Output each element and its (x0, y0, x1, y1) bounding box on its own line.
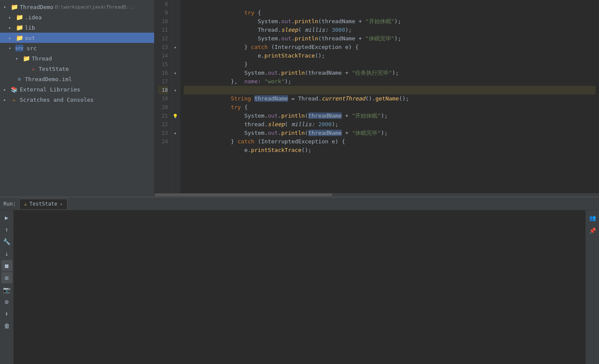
settings-button[interactable]: 🔧 (1, 236, 12, 247)
tree-label-out: out (25, 35, 35, 41)
code-line-12: } catch (InterruptedException e) { (184, 34, 596, 43)
scrollbar-thumb-h (155, 194, 332, 196)
cog-button[interactable]: ⚙ (1, 296, 12, 307)
tree-item-src[interactable]: ▾ src src (0, 43, 154, 53)
trash-button[interactable]: 🗑 (1, 320, 12, 331)
arrow-thread: ▾ (15, 56, 22, 61)
code-editor: 8 9 10 11 12 13 14 15 16 17 18 19 20 21 … (155, 0, 599, 197)
gutter: ▾ ▾ ▾ 💡 ▾ (172, 0, 180, 193)
run-button[interactable]: ▶ (1, 212, 12, 223)
arrow-lib: ▸ (9, 25, 15, 30)
side-toolbar: 👥 📌 (585, 210, 599, 364)
extlibs-icon: 📚 (10, 86, 18, 93)
code-line-22: System.out.println(threadName + "休眠完毕"); (184, 120, 596, 129)
gutter-arrow-16: ▾ (172, 86, 179, 94)
down-button[interactable]: ↓ (1, 248, 12, 259)
tree-label-scratches: Scratches and Consoles (20, 97, 94, 103)
concurrency-button[interactable]: 👥 (587, 212, 598, 223)
code-line-9: System.out.println(threadName + "开始休眠"); (184, 9, 596, 17)
up-button[interactable]: ↑ (1, 224, 12, 235)
gutter-arrow-19: ▾ (172, 129, 179, 137)
code-line-14: } (184, 52, 596, 60)
src-icon: src (15, 45, 23, 52)
tree-label-teststate: TestState (39, 66, 69, 72)
gutter-arrow-12: ▾ (172, 43, 179, 52)
tree-label-thread: Thread (32, 55, 52, 62)
tree-label-iml: ThreadDemo.iml (25, 76, 72, 82)
pin-button[interactable]: 📌 (587, 225, 598, 236)
gutter-lightbulb-18[interactable]: 💡 (172, 112, 179, 120)
run-tab-name: TestState (30, 201, 58, 207)
run-toolbar: ▶ ↑ 🔧 ↓ ■ ≡ 📷 ⚙ ⬆ 🗑 (0, 210, 14, 364)
folder-icon-thread: 📁 (22, 55, 30, 62)
tree-item-scratches[interactable]: ▸ ✏ Scratches and Consoles (0, 94, 154, 105)
run-panel: Run: ☕ TestState ✕ ▶ ↑ 🔧 ↓ ■ ≡ 📷 ⚙ ⬆ 🗑 👥… (0, 197, 599, 364)
tree-label-idea: .idea (25, 14, 42, 21)
arrow-idea: ▸ (9, 15, 15, 20)
run-tab-close[interactable]: ✕ (60, 202, 63, 206)
code-line-18: String threadName = Thread.currentThread… (184, 86, 596, 94)
run-tab-teststate[interactable]: ☕ TestState ✕ (19, 199, 67, 209)
code-line-19: try { (184, 94, 596, 103)
gutter-arrow-14: ▾ (172, 69, 179, 77)
run-output[interactable] (14, 210, 585, 364)
code-line-24: e.printStackTrace(); (184, 137, 596, 146)
tree-item-threadDemo[interactable]: ▾ 📁 ThreadDemo D:\workspace\java\ThreadD… (0, 2, 154, 12)
stop-button[interactable]: ■ (1, 260, 12, 271)
run-content: ▶ ↑ 🔧 ↓ ■ ≡ 📷 ⚙ ⬆ 🗑 👥 📌 (0, 210, 599, 364)
arrow-extlibs: ▸ (3, 87, 10, 92)
tree-item-teststate[interactable]: ☕ TestState (0, 64, 154, 74)
tree-item-thread[interactable]: ▾ 📁 Thread (0, 53, 154, 64)
tree-label-lib: lib (25, 24, 35, 31)
iml-icon: ⊞ (15, 76, 23, 82)
arrow-out: ▸ (9, 36, 15, 40)
code-line-17: thread.start(); (184, 77, 596, 86)
tree-item-idea[interactable]: ▸ 📁 .idea (0, 12, 154, 22)
file-tree[interactable]: ▾ 📁 ThreadDemo D:\workspace\java\ThreadD… (0, 0, 155, 197)
code-line-15: System.out.println(threadName + "任务执行完毕"… (184, 60, 596, 69)
folder-icon-out: 📁 (15, 34, 23, 41)
tree-label-src: src (27, 45, 36, 52)
tree-item-threaddemoiML[interactable]: ⊞ ThreadDemo.iml (0, 74, 154, 84)
run-label: Run: (3, 201, 16, 207)
tree-label-threadDemo: ThreadDemo (20, 4, 53, 10)
line-numbers: 8 9 10 11 12 13 14 15 16 17 18 19 20 21 … (155, 0, 172, 193)
code-body[interactable]: try { System.out.println(threadName + "开… (180, 0, 599, 193)
wrap-button[interactable]: ≡ (1, 272, 12, 283)
arrow-src: ▾ (9, 46, 15, 51)
tree-item-lib[interactable]: ▸ 📁 lib (0, 22, 154, 33)
code-container[interactable]: 8 9 10 11 12 13 14 15 16 17 18 19 20 21 … (155, 0, 599, 193)
code-line-20: System.out.println(threadName + "开始休眠"); (184, 103, 596, 112)
scratches-icon: ✏ (10, 96, 18, 103)
tree-path-threadDemo: D:\workspace\java\ThreadD... (55, 4, 134, 10)
import-button[interactable]: ⬆ (1, 308, 12, 319)
run-tab-bar: Run: ☕ TestState ✕ (0, 197, 599, 210)
folder-icon-lib: 📁 (15, 24, 23, 31)
code-line-21: thread.sleep( millis: 2000); (184, 112, 596, 120)
project-icon: 📁 (10, 3, 18, 10)
code-line-13: e.printStackTrace(); (184, 43, 596, 52)
snapshot-button[interactable]: 📷 (1, 284, 12, 295)
code-line-8: try { (184, 0, 596, 9)
folder-icon-idea: 📁 (15, 14, 23, 21)
code-line-11: System.out.println(threadName + "休眠完毕"); (184, 26, 596, 34)
tree-label-extlibs: External Libraries (20, 86, 80, 93)
code-line-23: } catch (InterruptedException e) { (184, 129, 596, 137)
code-line-10: Thread.sleep( millis: 3000); (184, 17, 596, 26)
horizontal-scrollbar[interactable] (155, 193, 599, 197)
arrow-scratches: ▸ (3, 97, 10, 102)
tree-item-extlibs[interactable]: ▸ 📚 External Libraries (0, 84, 154, 94)
arrow-threadDemo: ▾ (3, 5, 10, 9)
tree-item-out[interactable]: ▸ 📁 out (0, 33, 154, 43)
run-tab-icon: ☕ (24, 201, 27, 207)
code-line-16: }, name: "work"); (184, 69, 596, 77)
java-icon-teststate: ☕ (29, 65, 37, 72)
